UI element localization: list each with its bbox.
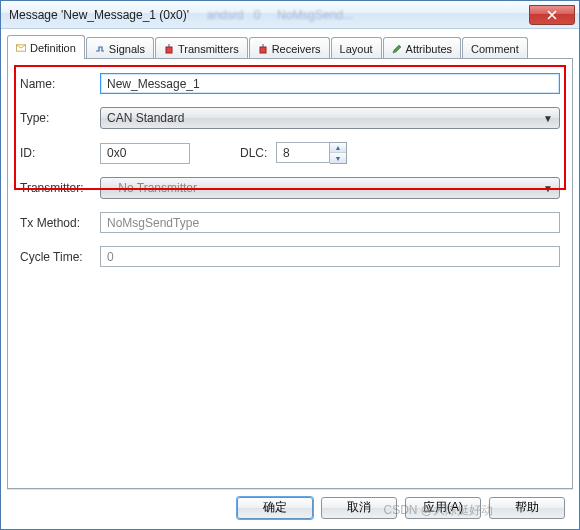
tab-signals[interactable]: Signals (86, 37, 154, 59)
dialog-footer: 确定 取消 应用(A) 帮助 CSDN @大陈挺好动 (7, 489, 573, 525)
ok-button[interactable]: 确定 (237, 497, 313, 519)
cycle-input (100, 246, 560, 267)
tab-label: Definition (30, 42, 76, 54)
type-value: CAN Standard (107, 111, 184, 125)
tab-label: Comment (471, 43, 519, 55)
help-button[interactable]: 帮助 (489, 497, 565, 519)
close-button[interactable] (529, 5, 575, 25)
name-label: Name: (20, 77, 100, 91)
spin-down-icon[interactable]: ▼ (330, 153, 346, 163)
txmethod-label: Tx Method: (20, 216, 100, 230)
chevron-down-icon: ▼ (543, 113, 553, 124)
blurred-text: andsrd 0 NoMsgSend... (207, 8, 353, 22)
title-bar: Message 'New_Message_1 (0x0)' andsrd 0 N… (1, 1, 579, 29)
envelope-icon (16, 43, 26, 53)
id-input[interactable] (100, 143, 190, 164)
window-title: Message 'New_Message_1 (0x0)' (9, 8, 189, 22)
spin-up-icon[interactable]: ▲ (330, 143, 346, 153)
svg-rect-3 (260, 47, 266, 53)
tab-layout[interactable]: Layout (331, 37, 382, 59)
chevron-down-icon: ▼ (543, 183, 553, 194)
close-icon (547, 10, 557, 20)
tab-label: Receivers (272, 43, 321, 55)
tab-page-definition: Name: Type: CAN Standard ▼ ID: DLC: ▲ (7, 58, 573, 489)
node-icon (258, 44, 268, 54)
dlc-label: DLC: (240, 146, 276, 160)
tab-comment[interactable]: Comment (462, 37, 528, 59)
dlc-input[interactable] (276, 142, 330, 163)
cancel-button[interactable]: 取消 (321, 497, 397, 519)
tab-label: Attributes (406, 43, 452, 55)
transmitter-value: -- No Transmitter -- (107, 181, 208, 195)
dialog-window: Message 'New_Message_1 (0x0)' andsrd 0 N… (0, 0, 580, 530)
apply-button[interactable]: 应用(A) (405, 497, 481, 519)
client-area: Definition Signals Transmitters Receiver… (1, 29, 579, 529)
node-icon (164, 44, 174, 54)
type-label: Type: (20, 111, 100, 125)
tab-label: Transmitters (178, 43, 239, 55)
name-input[interactable] (100, 73, 560, 94)
tab-label: Signals (109, 43, 145, 55)
tab-receivers[interactable]: Receivers (249, 37, 330, 59)
tab-strip: Definition Signals Transmitters Receiver… (7, 35, 573, 59)
txmethod-input (100, 212, 560, 233)
tab-definition[interactable]: Definition (7, 35, 85, 59)
transmitter-label: Transmitter: (20, 181, 100, 195)
transmitter-select[interactable]: -- No Transmitter -- ▼ (100, 177, 560, 199)
cycle-label: Cycle Time: (20, 250, 100, 264)
tab-transmitters[interactable]: Transmitters (155, 37, 248, 59)
dlc-stepper[interactable]: ▲ ▼ (276, 142, 347, 164)
signal-icon (95, 44, 105, 54)
tab-label: Layout (340, 43, 373, 55)
tab-attributes[interactable]: Attributes (383, 37, 461, 59)
svg-rect-1 (166, 47, 172, 53)
id-label: ID: (20, 146, 100, 160)
type-select[interactable]: CAN Standard ▼ (100, 107, 560, 129)
pencil-icon (392, 44, 402, 54)
